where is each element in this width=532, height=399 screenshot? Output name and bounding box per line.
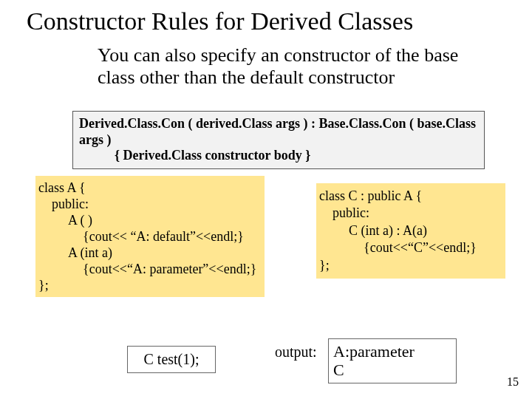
output-label: output: xyxy=(275,344,317,361)
code-line: class A { xyxy=(38,180,262,197)
call-box: C test(1); xyxy=(127,346,216,373)
code-line: {cout<<“A: parameter”<<endl;} xyxy=(38,262,262,278)
page-number: 15 xyxy=(507,375,519,389)
code-line: C (int a) : A(a) xyxy=(319,222,502,239)
output-line-1: A:parameter xyxy=(333,342,451,361)
syntax-box: Derived.Class.Con ( derived.Class args )… xyxy=(72,111,485,169)
syntax-line-1: Derived.Class.Con ( derived.Class args )… xyxy=(79,116,478,148)
code-line: class C : public A { xyxy=(319,188,502,205)
code-line: public: xyxy=(38,197,262,213)
output-box: A:parameter C xyxy=(328,338,457,383)
code-line: }; xyxy=(319,257,502,274)
code-line: A (int a) xyxy=(38,245,262,262)
code-line: {cout<<“C”<<endl;} xyxy=(319,239,502,256)
code-line: public: xyxy=(319,205,502,222)
slide: Constructor Rules for Derived Classes Yo… xyxy=(0,0,532,399)
slide-title: Constructor Rules for Derived Classes xyxy=(27,7,514,35)
slide-subtitle: You can also specify an constructor of t… xyxy=(98,44,460,89)
code-line: {cout<< “A: default”<<endl;} xyxy=(38,229,262,245)
syntax-line-2: { Derived.Class constructor body } xyxy=(79,148,478,164)
output-line-2: C xyxy=(333,361,451,379)
code-line: A ( ) xyxy=(38,213,262,229)
code-line: }; xyxy=(38,278,262,294)
class-a-box: class A { public: A ( ) {cout<< “A: defa… xyxy=(35,176,265,297)
class-c-box: class C : public A { public: C (int a) :… xyxy=(316,183,505,279)
